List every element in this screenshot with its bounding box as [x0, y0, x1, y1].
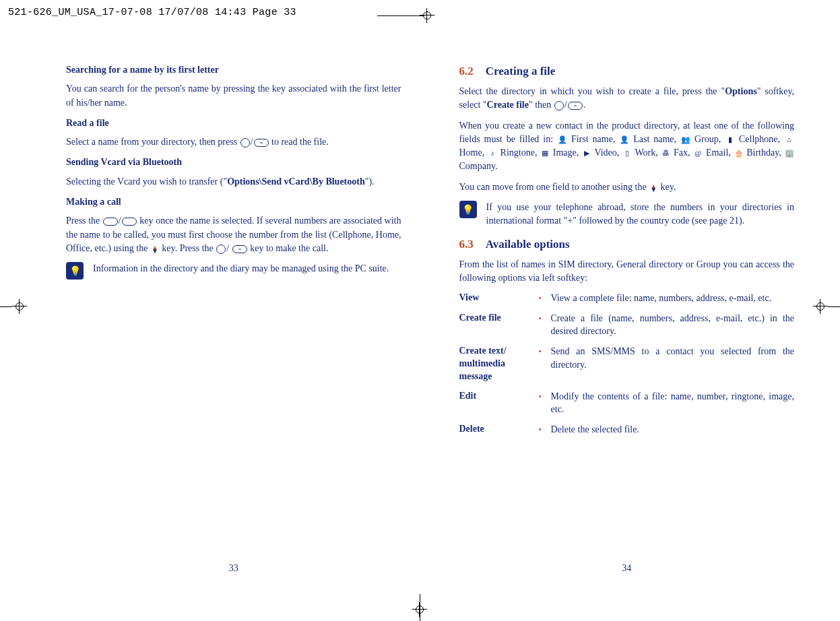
cellphone-icon: ▮ [725, 135, 734, 144]
bullet-icon: • [539, 292, 544, 305]
crop-mark [420, 594, 420, 621]
nav-arrows-icon: ▲▼ [650, 185, 657, 191]
nav-arrows-icon: ▲▼ [152, 246, 158, 253]
page-spread: Searching for a name by its first letter… [61, 54, 800, 587]
text-fragment: You can move from one field to another u… [459, 182, 649, 192]
bullet-icon: • [539, 423, 544, 436]
work-icon: ▯ [622, 149, 631, 158]
text-fragment: Image, [550, 148, 582, 158]
heading-search-name: Searching for a name by its first letter [66, 63, 401, 77]
option-row: Edit • Modify the contents of a file: na… [459, 390, 795, 416]
page-number: 33 [229, 563, 238, 574]
softkey-oval-icon [232, 245, 247, 253]
tip-lightbulb-icon: 💡 [66, 262, 84, 280]
heading-send-vcard: Sending Vcard via Bluetooth [66, 156, 401, 169]
text-fragment: key. Press the [162, 243, 216, 253]
video-icon: ▶ [582, 149, 591, 158]
fax-icon: 🖶 [661, 149, 670, 158]
bullet-icon: • [539, 345, 544, 358]
call-key-icon [103, 218, 118, 226]
option-term: View [459, 292, 532, 304]
option-desc: Send an SMS/MMS to a contact you selecte… [551, 345, 795, 371]
registration-mark [12, 299, 27, 314]
person-icon: 👤 [620, 135, 628, 144]
text-fragment: Video, [591, 148, 622, 158]
text-fragment: Cellphone, [735, 134, 784, 144]
heading-read-file: Read a file [66, 117, 401, 130]
body-text: Press the / key once the name is selecte… [66, 214, 401, 255]
ringtone-icon: ♪ [488, 149, 496, 158]
section-heading: 6.3 Available options [459, 238, 795, 251]
tip-lightbulb-icon: 💡 [459, 201, 477, 218]
group-icon: 👥 [681, 135, 690, 144]
text-fragment: Birthday, [744, 148, 784, 158]
body-text: From the list of names in SIM directory,… [459, 258, 795, 286]
text-fragment-bold: Create file [487, 100, 529, 110]
page-number: 34 [622, 563, 631, 574]
option-term: Delete [459, 423, 532, 436]
body-text: When you create a new contact in the pro… [459, 119, 795, 174]
option-desc: Create a file (name, numbers, address, e… [551, 312, 795, 338]
bullet-icon: • [539, 312, 544, 325]
softkey-oval-icon [254, 139, 269, 147]
text-fragment: Press the [66, 216, 102, 226]
page-right: 6.2 Creating a file Select the directory… [454, 54, 800, 587]
crop-mark [828, 306, 840, 307]
option-term: Create file [459, 312, 532, 325]
text-fragment-bold: Options\Send vCard\By Bluetooth [227, 176, 365, 187]
crop-mark [377, 15, 424, 16]
option-row: Create text/ multimedia message • Send a… [459, 345, 795, 383]
birthday-icon: 🎂 [734, 149, 743, 158]
text-fragment: Home, [459, 148, 488, 158]
text-fragment: Company. [459, 161, 498, 171]
body-text: Select the directory in which you wish t… [459, 85, 795, 112]
option-row: View • View a complete file: name, numbe… [459, 292, 795, 305]
body-text: Select a name from your directory, then … [66, 135, 401, 149]
text-fragment: Last name, [629, 134, 680, 144]
section-number: 6.2 [459, 65, 474, 77]
text-fragment: key. [661, 182, 676, 192]
option-desc: Modify the contents of a file: name, num… [551, 390, 795, 416]
softkey-circle-icon [554, 101, 564, 110]
page-left: Searching for a name by its first letter… [61, 54, 407, 587]
text-fragment: "). [365, 176, 375, 187]
home-icon: ⌂ [785, 135, 794, 144]
crop-mark [0, 306, 12, 307]
print-header: 521-626_UM_USA_17-07-08 17/07/08 14:43 P… [8, 7, 296, 18]
text-fragment: to read the file. [271, 137, 329, 147]
text-fragment: Select the directory in which you wish t… [459, 86, 725, 96]
image-icon: ▦ [541, 149, 550, 158]
tip-text: If you use your telephone abroad, store … [486, 201, 795, 228]
text-fragment: Work, [632, 148, 660, 158]
company-icon: 🏢 [785, 149, 794, 158]
heading-making-call: Making a call [66, 195, 401, 209]
section-heading: 6.2 Creating a file [459, 65, 795, 78]
option-term: Create text/ multimedia message [459, 345, 532, 383]
option-term: Edit [459, 390, 532, 403]
call-key-icon [122, 218, 137, 226]
option-row: Create file • Create a file (name, numbe… [459, 312, 795, 338]
person-icon: 👤 [558, 135, 567, 144]
body-text: Selecting the Vcard you wish to transfer… [66, 175, 401, 189]
text-fragment: Fax, [671, 148, 693, 158]
section-number: 6.3 [459, 238, 474, 251]
text-fragment: Ringtone, [497, 148, 540, 158]
text-fragment: Group, [690, 134, 725, 144]
registration-mark [420, 8, 434, 23]
tip-callout: 💡 If you use your telephone abroad, stor… [459, 201, 795, 228]
section-title: Creating a file [486, 65, 556, 77]
softkey-circle-icon [240, 138, 250, 148]
text-fragment: Select a name from your directory, then … [66, 137, 240, 147]
text-fragment: Selecting the Vcard you wish to transfer… [66, 176, 227, 187]
option-desc: View a complete file: name, numbers, add… [551, 292, 795, 305]
section-title: Available options [486, 238, 570, 251]
body-text: You can move from one field to another u… [459, 181, 795, 194]
text-fragment-bold: Options [725, 86, 756, 96]
bullet-icon: • [539, 390, 544, 403]
text-fragment: First name, [567, 134, 619, 144]
text-fragment: " then [529, 100, 554, 110]
tip-callout: 💡 Information in the directory and the d… [66, 262, 401, 280]
text-fragment: Email, [703, 148, 734, 158]
option-desc: Delete the selected file. [551, 423, 795, 436]
option-row: Delete • Delete the selected file. [459, 423, 795, 436]
